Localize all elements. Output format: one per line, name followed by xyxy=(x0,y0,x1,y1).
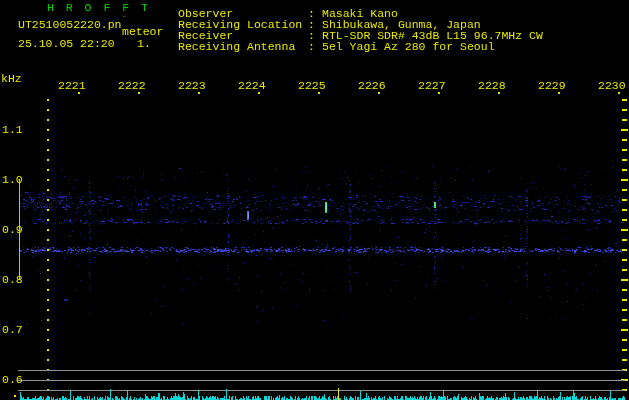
freq-label: 1.0 xyxy=(2,174,23,186)
info-label: Receiving Antenna xyxy=(178,41,295,53)
freq-label: 0.7 xyxy=(2,324,23,336)
filename-clipped-glyph: ¨ xyxy=(122,13,127,25)
time-label: 2224 xyxy=(238,80,266,92)
hrofft-window: H R O F F T UT2510052220.pn ¨ meteor 25.… xyxy=(0,0,629,400)
freq-axis-unit: kHz xyxy=(1,73,22,85)
time-label: 2228 xyxy=(478,80,506,92)
info-value: 5el Yagi Az 280 for Seoul xyxy=(322,41,495,53)
time-label: 2222 xyxy=(118,80,146,92)
freq-label: 0.9 xyxy=(2,224,23,236)
spectrogram-canvas xyxy=(0,0,629,400)
time-label: 2227 xyxy=(418,80,446,92)
freq-label: 0.6 xyxy=(2,374,23,386)
app-title: H R O F F T xyxy=(47,2,150,14)
freq-label: 0.8 xyxy=(2,274,23,286)
time-label: 2230 xyxy=(598,80,626,92)
time-label: 2229 xyxy=(538,80,566,92)
time-label: 2225 xyxy=(298,80,326,92)
freq-label: 1.1 xyxy=(2,124,23,136)
info-colon: : xyxy=(308,41,315,53)
observation-datetime: 25.10.05 22:20 xyxy=(18,38,115,50)
image-counter: 1. xyxy=(137,38,151,50)
time-label: 2223 xyxy=(178,80,206,92)
time-label: 2226 xyxy=(358,80,386,92)
output-filename: UT2510052220.pn xyxy=(18,19,122,31)
time-label: 2221 xyxy=(58,80,86,92)
